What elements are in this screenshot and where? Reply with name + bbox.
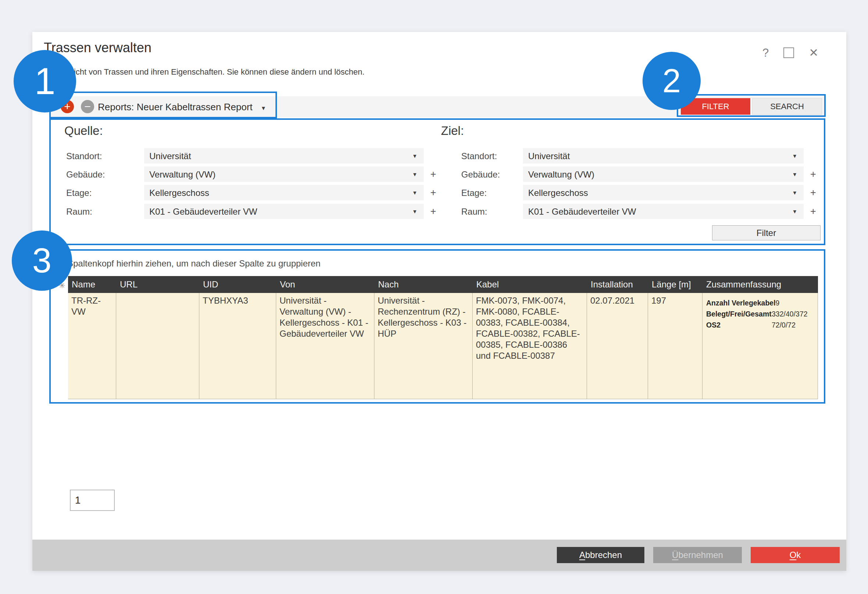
summary-value: 9 [776,299,780,307]
cell-installation: 02.07.2021 [587,293,648,399]
cancel-button[interactable]: Abbrechen [557,547,644,563]
summary-label: Belegt/Frei/Gesamt [706,308,772,320]
chevron-down-icon: ▾ [793,189,796,197]
target-raum-select[interactable]: K01 - Gebäudeverteiler VW ▾ [523,203,804,219]
summary-label: OS2 [706,320,772,330]
cell-nach: Universität - Rechenzentrum (RZ) - Kelle… [374,293,472,399]
cell-kabel: FMK-0073, FMK-0074, FMK-0080, FCABLE-003… [472,293,587,399]
source-standort-label: Standort: [66,151,102,161]
filter-mode-button[interactable]: FILTER [681,98,750,115]
chevron-down-icon: ▾ [413,208,416,215]
column-header-installation[interactable]: Installation [587,276,648,293]
source-etage-label: Etage: [66,188,92,198]
column-header-nach[interactable]: Nach [374,276,472,293]
column-header-von[interactable]: Von [276,276,374,293]
chevron-down-icon: ▾ [413,152,416,160]
source-gebaeude-select[interactable]: Verwaltung (VW) ▾ [144,167,424,182]
dialog-subtitle: Ansicht von Trassen und ihren Eigenschaf… [60,67,365,77]
column-header-uid[interactable]: UID [199,276,276,293]
chevron-down-icon: ▾ [793,208,796,215]
chevron-down-icon: ▾ [793,171,796,178]
table-header-row: Name URL UID Von Nach Kabel Installation… [68,276,818,293]
target-gebaeude-add-button[interactable]: + [810,169,816,180]
source-etage-add-button[interactable]: + [430,187,436,199]
source-raum-label: Raum: [66,206,92,217]
apply-button[interactable]: Übernehmen [653,547,742,563]
search-mode-button[interactable]: SEARCH [752,98,822,115]
page-background: Trassen verwalten Ansicht von Trassen un… [0,0,868,594]
column-header-url[interactable]: URL [116,276,199,293]
remove-report-button[interactable]: − [81,100,94,113]
source-raum-select[interactable]: K01 - Gebäudeverteiler VW ▾ [144,203,424,219]
source-gebaeude-label: Gebäude: [66,170,105,180]
close-icon[interactable]: ✕ [809,46,818,59]
cell-uid: TYBHXYA3 [199,293,276,399]
target-gebaeude-select[interactable]: Verwaltung (VW) ▾ [523,167,804,182]
target-section-heading: Ziel: [441,124,464,138]
column-header-laenge[interactable]: Länge [m] [648,276,703,293]
cell-url [116,293,199,399]
ok-button[interactable]: Ok [751,547,840,563]
target-standort-label: Standort: [461,151,497,161]
source-raum-add-button[interactable]: + [430,206,436,217]
cell-name: TR-RZ-VW [68,293,116,399]
target-standort-select[interactable]: Universität ▾ [523,148,804,164]
dialog-footer: Abbrechen Übernehmen Ok [32,539,846,571]
summary-value: 72/0/72 [772,321,796,329]
page-number-input[interactable] [70,489,115,511]
cell-von: Universität - Verwaltung (VW) - Kellerge… [276,293,374,399]
report-tab-label: Reports: Neuer Kabeltrassen Report [98,102,253,112]
chevron-down-icon: ▾ [262,105,265,112]
table-row[interactable]: TR-RZ-VW TYBHXYA3 Universität - Verwaltu… [68,293,818,399]
window-controls: ? ✕ [762,46,818,59]
source-standort-select[interactable]: Universität ▾ [144,148,424,164]
target-raum-label: Raum: [461,206,487,217]
source-gebaeude-add-button[interactable]: + [430,169,436,180]
chevron-down-icon: ▾ [413,171,416,178]
row-indicator-icon: ✳ [59,281,65,290]
target-etage-select[interactable]: Kellergeschoss ▾ [523,185,804,200]
target-raum-add-button[interactable]: + [810,206,816,217]
target-etage-label: Etage: [461,188,487,198]
dialog-trassen-verwalten: Trassen verwalten Ansicht von Trassen un… [32,32,846,571]
summary-label: Anzahl Verlegekabel [706,297,776,308]
report-tab[interactable]: Reports: Neuer Kabeltrassen Report ▾ [98,96,265,118]
cell-laenge: 197 [648,293,703,399]
source-etage-select[interactable]: Kellergeschoss ▾ [144,185,424,200]
column-header-zusammenfassung[interactable]: Zusammenfassung [703,276,818,293]
apply-filter-button[interactable]: Filter [712,226,821,240]
target-gebaeude-label: Gebäude: [461,170,500,180]
summary-value: 332/40/372 [772,310,808,318]
chevron-down-icon: ▾ [793,152,796,160]
dialog-title: Trassen verwalten [44,40,152,56]
maximize-icon[interactable] [784,47,794,58]
target-etage-add-button[interactable]: + [810,187,816,199]
group-by-hint: Spaltenkopf hierhin ziehen, um nach dies… [67,258,320,269]
column-header-name[interactable]: Name [68,276,116,293]
help-icon[interactable]: ? [762,46,769,59]
chevron-down-icon: ▾ [413,189,416,197]
add-report-button[interactable]: + [61,100,74,113]
cell-zusammenfassung: Anzahl Verlegekabel9 Belegt/Frei/Gesamt3… [703,293,818,399]
column-header-kabel[interactable]: Kabel [472,276,587,293]
source-section-heading: Quelle: [64,124,103,138]
